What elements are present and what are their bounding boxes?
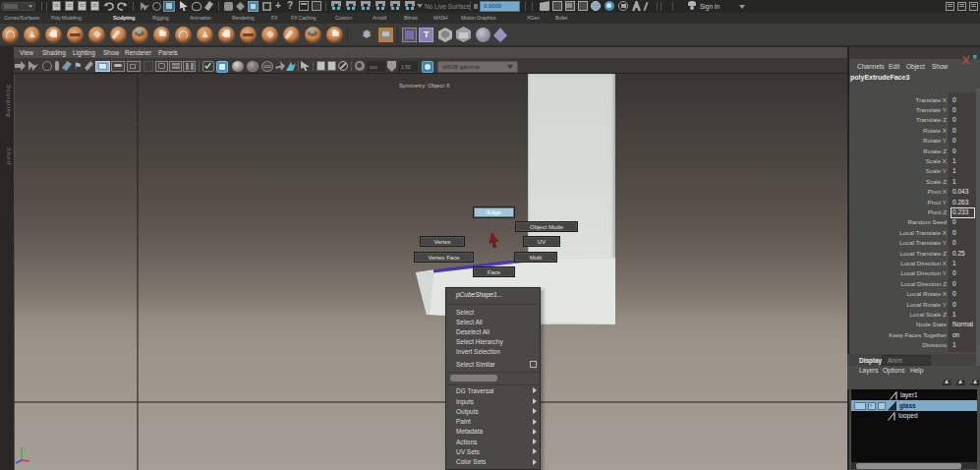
svg-text:y: y (23, 445, 26, 451)
